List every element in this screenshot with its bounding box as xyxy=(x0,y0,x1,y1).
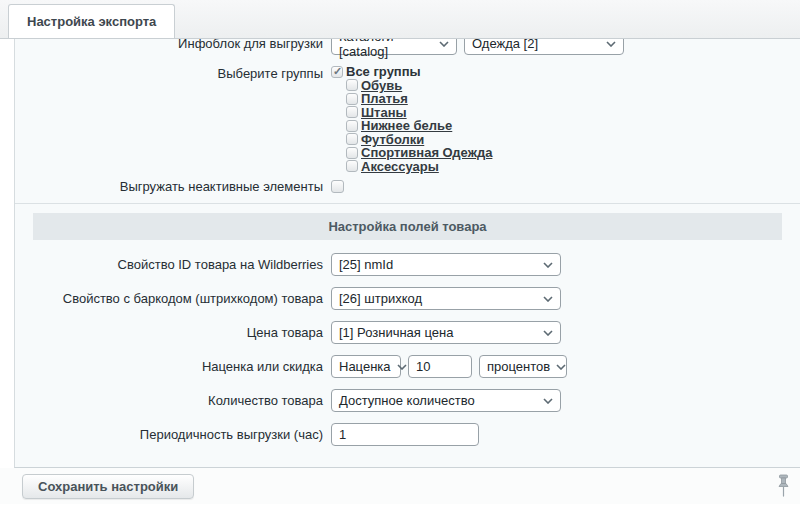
inactive-elements-label: Выгружать неактивные элементы xyxy=(15,179,331,194)
chevron-down-icon xyxy=(543,330,553,336)
group-item: Аксессуары xyxy=(346,160,492,174)
barcode-property-value: [26] штрихкод xyxy=(339,291,422,306)
infoblock-select[interactable]: Каталоги [catalog] xyxy=(331,39,457,55)
group-checkbox[interactable] xyxy=(346,93,358,105)
all-groups-checkbox[interactable] xyxy=(331,66,343,78)
infoblock-section-select-value: Одежда [2] xyxy=(472,39,538,51)
product-fields-section-heading: Настройка полей товара xyxy=(33,213,782,240)
field-row: Цена товара [1] Розничная цена xyxy=(15,321,800,344)
markup-label: Наценка или скидка xyxy=(15,359,331,374)
markup-unit-select[interactable]: процентов xyxy=(479,355,567,378)
barcode-property-select[interactable]: [26] штрихкод xyxy=(331,287,561,310)
tab-bar: Настройка экспорта xyxy=(0,0,800,39)
group-checkbox[interactable] xyxy=(346,133,358,145)
markup-unit-value: процентов xyxy=(487,359,550,374)
pin-icon[interactable] xyxy=(775,472,792,500)
group-checkbox[interactable] xyxy=(346,106,358,118)
group-item: Спортивная Одежда xyxy=(346,146,492,160)
group-items: Обувь Платья Штаны Нижнее белье xyxy=(346,79,492,174)
chevron-down-icon xyxy=(439,41,449,47)
groups-row: Выберите группы Все группы Обувь Платья xyxy=(15,65,800,173)
frequency-label: Периодичность выгрузки (час) xyxy=(15,427,331,442)
groups-label: Выберите группы xyxy=(15,66,331,81)
field-row: Свойство ID товара на Wildberries [25] n… xyxy=(15,253,800,276)
barcode-property-label: Свойство с баркодом (штрихкодом) товара xyxy=(15,291,331,306)
section-divider xyxy=(15,203,800,204)
markup-amount-input[interactable] xyxy=(408,355,472,378)
quantity-value: Доступное количество xyxy=(339,393,475,408)
group-item: Футболки xyxy=(346,133,492,147)
group-checkbox[interactable] xyxy=(346,120,358,132)
quantity-select[interactable]: Доступное количество xyxy=(331,389,561,412)
wb-id-property-select[interactable]: [25] nmId xyxy=(331,253,561,276)
chevron-down-icon xyxy=(397,364,407,370)
group-item: Штаны xyxy=(346,106,492,120)
chevron-down-icon xyxy=(543,398,553,404)
field-row: Свойство с баркодом (штрихкодом) товара … xyxy=(15,287,800,310)
group-item: Обувь xyxy=(346,79,492,93)
frequency-row: Периодичность выгрузки (час) xyxy=(15,423,800,446)
markup-type-value: Наценка xyxy=(339,359,391,374)
chevron-down-icon xyxy=(556,364,566,370)
button-bar: Сохранить настройки xyxy=(0,468,800,504)
field-row: Количество товара Доступное количество xyxy=(15,389,800,412)
wb-id-property-label: Свойство ID товара на Wildberries xyxy=(15,257,331,272)
group-checkbox[interactable] xyxy=(346,160,358,172)
group-item: Платья xyxy=(346,92,492,106)
tab-label: Настройка экспорта xyxy=(27,14,156,29)
save-settings-button[interactable]: Сохранить настройки xyxy=(22,474,194,499)
chevron-down-icon xyxy=(543,296,553,302)
wb-id-property-value: [25] nmId xyxy=(339,257,393,272)
group-item: Нижнее белье xyxy=(346,119,492,133)
inactive-elements-row: Выгружать неактивные элементы xyxy=(15,179,800,194)
chevron-down-icon xyxy=(606,41,616,47)
quantity-label: Количество товара xyxy=(15,393,331,408)
price-select[interactable]: [1] Розничная цена xyxy=(331,321,561,344)
tab-export-settings[interactable]: Настройка экспорта xyxy=(8,4,175,38)
groups-list: Все группы Обувь Платья Штаны xyxy=(331,65,492,173)
infoblock-label: Инфоблок для выгрузки xyxy=(15,39,331,51)
export-frequency-input[interactable] xyxy=(331,423,479,446)
infoblock-row: Инфоблок для выгрузки Каталоги [catalog]… xyxy=(15,39,800,55)
chevron-down-icon xyxy=(543,262,553,268)
group-link[interactable]: Аксессуары xyxy=(361,159,439,174)
markup-type-select[interactable]: Наценка xyxy=(331,355,401,378)
export-settings-page: Настройка экспорта Инфоблок для выгрузки… xyxy=(0,0,800,505)
infoblock-select-value: Каталоги [catalog] xyxy=(339,39,433,59)
price-label: Цена товара xyxy=(15,325,331,340)
group-checkbox[interactable] xyxy=(346,79,358,91)
infoblock-section-select[interactable]: Одежда [2] xyxy=(464,39,624,55)
all-groups-item: Все группы xyxy=(331,65,492,79)
settings-form-panel: Инфоблок для выгрузки Каталоги [catalog]… xyxy=(14,39,800,468)
markup-row: Наценка или скидка Наценка процентов xyxy=(15,355,800,378)
inactive-elements-checkbox[interactable] xyxy=(331,180,344,193)
group-checkbox[interactable] xyxy=(346,147,358,159)
price-value: [1] Розничная цена xyxy=(339,325,453,340)
